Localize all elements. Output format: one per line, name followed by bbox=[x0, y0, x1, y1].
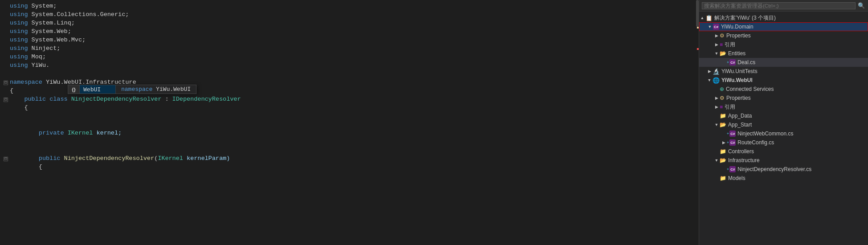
tree-item-solution[interactable]: ▲ 📋 解决方案'YiWu' (3 个项目) bbox=[699, 13, 868, 22]
tree-item-yiwu-webui[interactable]: ▼ 🌐 YiWu.WebUI bbox=[699, 76, 868, 85]
autocomplete-keyword: namespace bbox=[121, 86, 152, 93]
code-token: : bbox=[161, 95, 172, 103]
tree-expander[interactable]: ▼ bbox=[707, 24, 713, 29]
cs-plus-icon: + bbox=[727, 140, 729, 145]
tree-label: RouteConfig.cs bbox=[737, 139, 866, 146]
tree-expander[interactable]: ▼ bbox=[706, 78, 712, 82]
code-token: using bbox=[10, 61, 28, 69]
tree-item-properties-2[interactable]: ▶ ⚙ Properties bbox=[699, 94, 868, 102]
tree-item-routeconfig-cs[interactable]: ▶ +C# RouteConfig.cs bbox=[699, 138, 868, 147]
code-line: ⊟ public class NinjectDependencyResolver… bbox=[0, 95, 692, 103]
tree-icon: ■ bbox=[720, 104, 723, 110]
code-token: kernelParam) bbox=[183, 154, 230, 163]
code-token: ; bbox=[57, 44, 60, 53]
se-tree[interactable]: ▲ 📋 解决方案'YiWu' (3 个项目) ▼ C# YiWu.Domain … bbox=[699, 12, 868, 245]
code-line: { bbox=[0, 103, 692, 112]
tree-item-ninjectwebcommon-cs[interactable]: +C# NinjectWebCommon.cs bbox=[699, 129, 868, 138]
code-token: ; bbox=[53, 2, 57, 10]
tree-item-connected-services[interactable]: ⊕ Connected Services bbox=[699, 85, 868, 94]
tree-expander[interactable]: ▶ bbox=[713, 42, 720, 47]
code-token: ; bbox=[68, 27, 71, 36]
folder-icon: 📁 bbox=[720, 175, 726, 181]
code-line: private IKernel kernel; bbox=[0, 129, 692, 137]
code-token: NinjectDependencyResolver bbox=[71, 95, 162, 103]
scrollbar[interactable] bbox=[692, 0, 699, 245]
tree-label: YiWu.Domain bbox=[721, 24, 866, 30]
code-token: using bbox=[10, 44, 28, 53]
collapse-minus[interactable]: ⊟ bbox=[4, 98, 8, 102]
code-line: using System.Web.Mvc; bbox=[0, 36, 692, 44]
tree-icon: C# bbox=[713, 24, 719, 30]
tree-label: Infrastructure bbox=[728, 157, 866, 163]
tree-item-yiwu-unittests[interactable]: ▶ 🔬 YiWu.UnitTests bbox=[699, 67, 868, 76]
se-search-icon[interactable]: 🔍 bbox=[857, 2, 865, 10]
solution-icon: 📋 bbox=[705, 15, 712, 21]
code-line: ⊟ public NinjectDependencyResolver(IKern… bbox=[0, 154, 692, 163]
tree-label: NinjectDependencyResolver.cs bbox=[737, 166, 866, 172]
cs-file-icon: C# bbox=[729, 166, 736, 172]
tree-item-infrastructure[interactable]: ▼ 📂 Infrastructure bbox=[699, 156, 868, 165]
tree-icon: ■ bbox=[720, 41, 723, 48]
code-token: using bbox=[10, 27, 28, 36]
tree-item-app-start[interactable]: ▼ 📂 App_Start bbox=[699, 120, 868, 129]
tree-item-models[interactable]: 📁 Models bbox=[699, 174, 868, 183]
tree-item-references-2[interactable]: ▶ ■ 引用 bbox=[699, 102, 868, 111]
tree-icon: +C# bbox=[727, 166, 736, 172]
tree-item-ninjectdependencyresolver-cs[interactable]: +C# NinjectDependencyResolver.cs bbox=[699, 165, 868, 174]
code-line: using System; bbox=[0, 2, 692, 10]
tree-expander[interactable]: ▼ bbox=[713, 122, 720, 127]
code-token: public bbox=[24, 95, 46, 103]
scrollbar-thumb[interactable] bbox=[696, 0, 699, 27]
code-line bbox=[0, 146, 692, 154]
tree-icon: 📂 bbox=[720, 122, 726, 128]
tree-expander[interactable]: ▶ bbox=[713, 105, 720, 109]
tree-label: NinjectWebCommon.cs bbox=[737, 131, 866, 137]
autocomplete-popup[interactable]: {} WebUI namespace YiWu.WebUI bbox=[68, 85, 197, 94]
code-token: { bbox=[10, 163, 42, 171]
tree-expander[interactable]: ▼ bbox=[713, 158, 720, 163]
ref-icon: ■ bbox=[720, 41, 723, 48]
autocomplete-item[interactable]: WebUI bbox=[80, 85, 115, 94]
collapse-minus[interactable]: ⊟ bbox=[4, 157, 8, 161]
code-token: { bbox=[10, 86, 13, 95]
project-test-icon: 🔬 bbox=[712, 68, 720, 75]
tree-expander[interactable]: ▼ bbox=[713, 51, 720, 56]
tree-icon: 📁 bbox=[720, 148, 726, 155]
cs-file-icon: C# bbox=[729, 139, 736, 146]
collapse-minus[interactable]: ⊟ bbox=[4, 81, 8, 85]
tree-expander[interactable]: ▶ bbox=[713, 33, 720, 38]
tree-item-controllers[interactable]: 📁 Controllers bbox=[699, 147, 868, 156]
tree-item-yiwu-domain[interactable]: ▼ C# YiWu.Domain bbox=[699, 22, 868, 31]
tree-expander[interactable]: ▶ bbox=[706, 69, 712, 74]
code-token: System.Collections.Generic bbox=[28, 10, 126, 19]
code-line bbox=[0, 112, 692, 120]
tree-label: YiWu.WebUI bbox=[721, 77, 866, 83]
se-search-input[interactable] bbox=[702, 2, 856, 9]
tree-expander[interactable]: ▶ bbox=[713, 96, 720, 100]
folder-icon: 📁 bbox=[720, 148, 726, 155]
tree-label: Properties bbox=[726, 95, 866, 101]
tree-item-references-1[interactable]: ▶ ■ 引用 bbox=[699, 40, 868, 49]
code-token: using bbox=[10, 10, 28, 19]
code-editor[interactable]: using System;using System.Collections.Ge… bbox=[0, 0, 692, 245]
properties-icon: ⚙ bbox=[720, 95, 725, 101]
tree-item-app-data[interactable]: 📁 App_Data bbox=[699, 111, 868, 120]
tree-item-entities[interactable]: ▼ 📂 Entities bbox=[699, 49, 868, 58]
code-token: private bbox=[39, 129, 64, 137]
folder-icon: 📁 bbox=[720, 113, 726, 119]
tree-expander[interactable]: ▲ bbox=[699, 16, 705, 20]
tree-item-deal-cs[interactable]: +C# Deal.cs bbox=[699, 58, 868, 67]
code-token: NinjectDependencyResolver bbox=[64, 154, 155, 163]
code-token: using bbox=[10, 19, 28, 27]
code-line: using Ninject; bbox=[0, 44, 692, 53]
code-line: using System.Collections.Generic; bbox=[0, 10, 692, 19]
se-toolbar: 🔍 bbox=[699, 0, 868, 12]
solution-explorer: 🔍 ▲ 📋 解决方案'YiWu' (3 个项目) ▼ C# YiWu.Domai… bbox=[699, 0, 868, 245]
tree-expander[interactable]: ▶ bbox=[721, 140, 727, 145]
tree-icon: 📋 bbox=[705, 15, 712, 21]
tree-item-properties-1[interactable]: ▶ ⚙ Properties bbox=[699, 31, 868, 40]
tree-icon: 🔬 bbox=[712, 68, 720, 75]
code-token: IKernel bbox=[158, 154, 183, 163]
tree-label: App_Start bbox=[728, 122, 866, 128]
folder-open-icon: 📂 bbox=[720, 122, 726, 128]
